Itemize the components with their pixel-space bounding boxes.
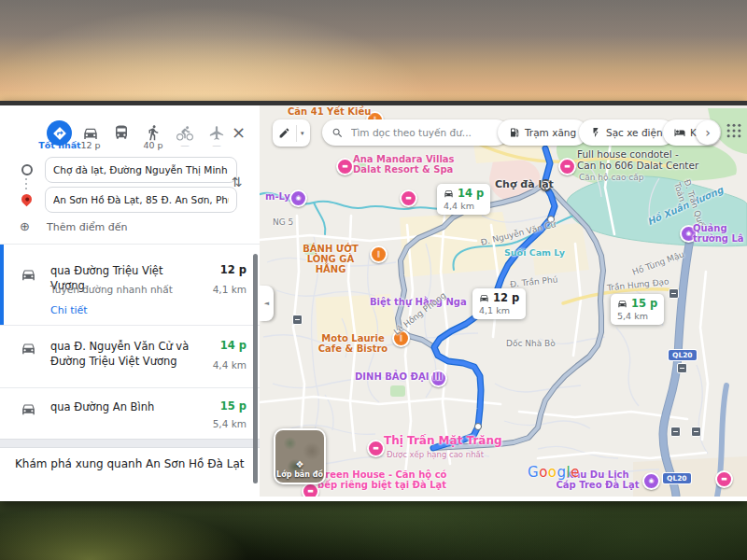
badge-time: 12 p xyxy=(493,291,519,304)
section-separator xyxy=(0,439,260,448)
car-icon xyxy=(617,299,627,309)
maps-window: × Tốt nhất 12 p 40 p — — ⇅ ⊕ Thêm điểm đ… xyxy=(0,101,747,501)
origin-input[interactable] xyxy=(45,157,237,183)
ev-charge-icon xyxy=(590,127,601,138)
destination-input[interactable] xyxy=(45,187,237,213)
map-label-green-house[interactable]: Green House - Căn hộ có bếp riêng biệt t… xyxy=(317,469,446,490)
route-waypoint-dot xyxy=(474,423,482,430)
map-label-quang-truong[interactable]: Quảng trường Lâ xyxy=(693,223,747,244)
map-label-thi-tran[interactable]: Thị Trấn Mặt Trăng xyxy=(384,436,502,446)
google-logo: Google xyxy=(528,464,580,481)
attraction-poi-icon[interactable]: ◉ xyxy=(289,189,307,207)
pen-icon xyxy=(278,127,290,139)
map-label-can41[interactable]: Căn 41 Yết Kiều xyxy=(288,106,371,117)
car-icon xyxy=(21,341,36,357)
map-label-cho-da-lat[interactable]: Chợ đà lạt xyxy=(495,179,554,189)
map-label-doc-nha-bo: Dốc Nhà Bò xyxy=(506,339,556,349)
mode-flight-time: — xyxy=(210,140,223,150)
map-label-suoi-cam-ly: Suối Cam Ly xyxy=(504,247,565,258)
search-along-route[interactable] xyxy=(322,119,509,146)
route-dots xyxy=(25,178,27,180)
car-icon xyxy=(444,189,454,199)
transit-stop-icon[interactable] xyxy=(292,315,303,325)
bed-icon xyxy=(674,127,685,138)
route-1-subtitle: Tuyến đường nhanh nhất xyxy=(50,284,173,295)
swap-waypoints-button[interactable]: ⇅ xyxy=(232,175,243,189)
directions-diamond-icon xyxy=(52,126,67,141)
divider xyxy=(296,125,297,142)
search-input[interactable] xyxy=(349,126,482,139)
badge-time: 14 p xyxy=(458,187,484,200)
hotel-poi-icon[interactable]: ▬ xyxy=(558,158,576,175)
route-option-2[interactable]: qua Đ. Nguyễn Văn Cử và Đường Triệu Việt… xyxy=(0,326,260,387)
transit-stop-icon[interactable] xyxy=(691,427,701,437)
map-label-full-house[interactable]: Full house condotel - Can ho 606 Dalat C… xyxy=(577,148,698,171)
car-icon xyxy=(479,293,489,303)
map-label-banh-uot[interactable]: BÁNH ƯỚT LÒNG GÀ HẰNG xyxy=(291,244,370,274)
grid-dots-icon xyxy=(725,121,743,140)
map-label-dinh-bao-dai[interactable]: DINH BẢO ĐẠI III xyxy=(355,371,443,382)
badge-distance: 4,4 km xyxy=(444,201,484,211)
route-3-time: 15 p xyxy=(220,399,247,413)
mode-walk-time: 40 p xyxy=(140,140,166,150)
selected-route-bar xyxy=(0,245,4,325)
chip-gas-label: Trạm xăng xyxy=(525,127,576,138)
map-label-thi-tran-sub: Được xếp hạng cao nhất xyxy=(387,450,484,460)
road-shield-ql20: QL20 xyxy=(663,473,691,483)
restaurant-poi-icon[interactable]: ‖ xyxy=(370,245,388,263)
hotel-poi-icon[interactable]: ▬ xyxy=(400,189,417,207)
caret-down-icon[interactable]: ▾ xyxy=(301,130,304,137)
chip-ev-charging[interactable]: Sạc xe điện xyxy=(579,119,674,146)
map-label-ana-mandara[interactable]: Ana Mandara Villas Dalat Resort & Spa xyxy=(353,154,455,175)
draw-route-button[interactable]: ▾ xyxy=(273,119,310,147)
map-layers-button[interactable]: ❖ Lớp bản đồ xyxy=(274,428,326,484)
transit-mode-icon[interactable] xyxy=(113,124,130,141)
apps-grid-icon[interactable] xyxy=(724,120,744,141)
map-label-hang-nga[interactable]: Biệt thự Hằng Nga xyxy=(370,297,467,307)
map-label-ng5: NG 5 xyxy=(273,217,293,228)
badge-time: 15 p xyxy=(631,297,657,310)
route-badge-14p[interactable]: 14 p 4,4 km xyxy=(437,184,490,215)
badge-distance: 4,1 km xyxy=(479,305,519,315)
hotel-poi-icon[interactable]: ▬ xyxy=(367,440,385,457)
map-area[interactable]: ‖ ▬ ◉ ▬ ‖ ‖ ◉ ▬ ▬ ▬ ◉ ◉ ▬ Căn 41 Yết Kiề… xyxy=(260,105,747,497)
route-2-time: 14 p xyxy=(220,339,247,352)
explore-heading[interactable]: Khám phá xung quanh An Sơn Hồ Đà Lạt xyxy=(15,457,244,470)
map-label-full-house-sub: Căn hộ cao cấp xyxy=(579,173,643,183)
walk-mode-icon[interactable] xyxy=(145,124,162,141)
transit-stop-icon[interactable] xyxy=(670,427,681,437)
attraction-poi-icon[interactable]: ◉ xyxy=(642,472,660,490)
transit-stop-icon[interactable] xyxy=(677,363,687,373)
desktop-screen: × Tốt nhất 12 p 40 p — — ⇅ ⊕ Thêm điểm đ… xyxy=(0,0,747,560)
route-badge-15p[interactable]: 15 p 5,4 km xyxy=(611,294,664,325)
route-2-title: qua Đ. Nguyễn Văn Cử và Đường Triệu Việt… xyxy=(50,339,192,369)
chip-gas-stations[interactable]: Trạm xăng xyxy=(498,119,587,146)
close-directions-button[interactable]: × xyxy=(232,120,246,145)
route-option-1[interactable]: qua Đường Triệu Việt Vương 12 p Tuyến đư… xyxy=(0,245,260,325)
mode-car-time: 12 p xyxy=(78,140,104,150)
route-dots xyxy=(25,188,27,189)
route-1-details-link[interactable]: Chi tiết xyxy=(50,304,88,316)
route-1-distance: 4,1 km xyxy=(213,284,247,295)
panel-scrollbar[interactable] xyxy=(253,254,258,483)
hotel-poi-icon[interactable]: ▬ xyxy=(715,470,733,488)
gas-pump-icon xyxy=(509,127,520,138)
route-dots xyxy=(25,183,27,185)
route-3-distance: 5,4 km xyxy=(213,418,247,429)
destination-pin-icon xyxy=(20,192,35,207)
add-destination-label[interactable]: Thêm điểm đến xyxy=(47,221,127,233)
car-icon xyxy=(21,401,36,417)
layers-icon: ❖ xyxy=(296,460,304,469)
map-label-moto-laurie[interactable]: Moto Laurie Cafe & Bistro xyxy=(314,333,392,354)
collapse-panel-button[interactable]: ◄ xyxy=(260,286,274,321)
road-shield-ql20: QL20 xyxy=(669,350,697,360)
map-label-cam-ly[interactable]: m-Ly xyxy=(265,191,290,202)
hotel-poi-icon[interactable]: ▬ xyxy=(336,158,354,175)
route-3-title: qua Đường An Bình xyxy=(50,399,192,414)
transit-stop-icon[interactable] xyxy=(669,288,679,299)
add-destination-icon[interactable]: ⊕ xyxy=(20,219,30,233)
badge-distance: 5,4 km xyxy=(617,311,657,321)
route-option-3[interactable]: qua Đường An Bình 15 p 5,4 km xyxy=(0,388,260,439)
chips-scroll-next-button[interactable]: › xyxy=(696,120,720,145)
route-badge-12p[interactable]: 12 p 4,1 km xyxy=(472,288,526,319)
